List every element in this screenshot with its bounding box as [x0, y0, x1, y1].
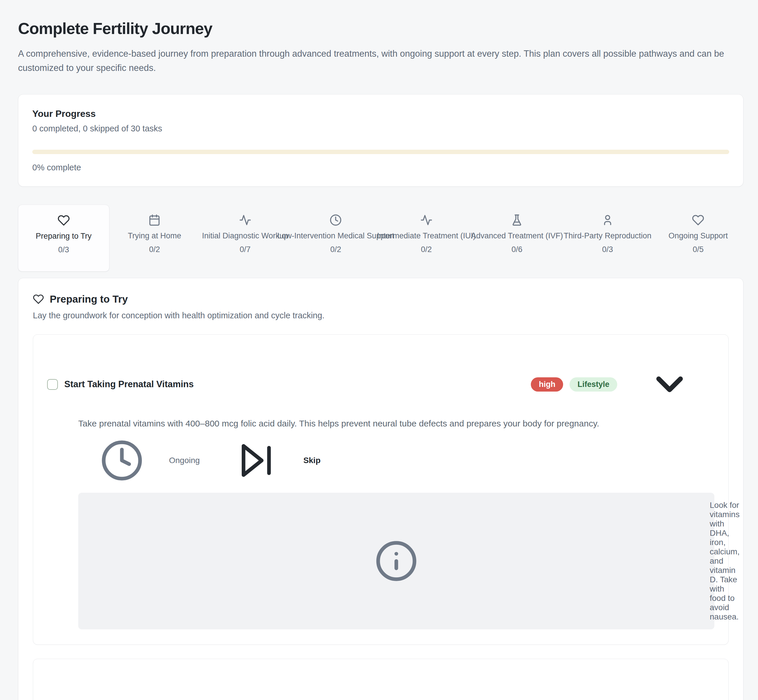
skip-forward-icon	[213, 439, 300, 482]
stage-count: 0/2	[330, 245, 341, 254]
task-duration: Ongoing	[78, 439, 200, 482]
task-tip: Look for vitamins with DHA, iron, calciu…	[78, 493, 714, 630]
heart-icon	[692, 214, 704, 226]
stage-label: Preparing to Try	[36, 232, 92, 241]
stage-item-ongoing-support[interactable]: Ongoing Support 0/5	[653, 205, 744, 272]
stage-label: Trying at Home	[128, 231, 181, 241]
stage-item-advanced-treatment-ivf[interactable]: Advanced Treatment (IVF) 0/6	[472, 205, 562, 272]
progress-title: Your Progress	[32, 108, 729, 119]
stage-count: 0/3	[602, 245, 613, 254]
stage-count: 0/2	[149, 245, 160, 254]
expand-task-button[interactable]	[625, 686, 714, 700]
section-title: Preparing to Try	[50, 293, 128, 305]
stage-label: Third-Party Reproduction	[564, 231, 652, 241]
activity-icon	[239, 214, 251, 226]
stage-item-preparing-to-try[interactable]: Preparing to Try 0/3	[18, 205, 110, 272]
stage-label: Ongoing Support	[669, 231, 728, 241]
stage-count: 0/2	[421, 245, 432, 254]
activity-icon	[420, 214, 432, 226]
task-header: Start Taking Prenatal Vitamins high Life…	[47, 361, 714, 407]
progress-card: Your Progress 0 completed, 0 skipped of …	[18, 94, 744, 187]
info-icon	[87, 539, 706, 583]
stage-section-card: Preparing to Try Lay the groundwork for …	[18, 278, 744, 700]
stage-count: 0/3	[58, 245, 69, 255]
progress-percent-label: 0% complete	[32, 163, 729, 172]
heart-icon	[58, 214, 70, 227]
flask-icon	[511, 214, 523, 226]
stage-item-trying-at-home[interactable]: Trying at Home 0/2	[110, 205, 200, 272]
task-checkbox[interactable]	[47, 379, 58, 390]
progress-summary: 0 completed, 0 skipped of 30 tasks	[32, 124, 729, 133]
stage-count: 0/7	[240, 245, 251, 254]
progress-bar	[32, 150, 729, 154]
task-card: Track Your Menstrual Cycles high Trackin…	[33, 659, 728, 700]
skip-button[interactable]: Skip	[213, 439, 321, 482]
section-header: Preparing to Try	[33, 293, 728, 305]
stage-count: 0/6	[511, 245, 522, 254]
calendar-icon	[148, 214, 161, 226]
stage-item-intermediate-treatment-iui[interactable]: Intermediate Treatment (IUI) 0/2	[381, 205, 472, 272]
stage-label: Initial Diagnostic Workup	[202, 231, 288, 241]
task-title: Start Taking Prenatal Vitamins	[64, 379, 194, 389]
task-meta: Ongoing Skip	[78, 439, 714, 482]
page-title: Complete Fertility Journey	[18, 19, 744, 38]
stage-item-initial-diagnostic-workup[interactable]: Initial Diagnostic Workup 0/7	[200, 205, 291, 272]
page-description: A comprehensive, evidence-based journey …	[18, 47, 739, 75]
priority-badge: high	[531, 377, 563, 392]
expand-task-button[interactable]	[625, 361, 714, 407]
chevron-down-icon	[626, 687, 713, 700]
clock-icon	[78, 439, 166, 482]
task-description: Take prenatal vitamins with 400–800 mcg …	[78, 417, 714, 430]
stage-label: Advanced Treatment (IVF)	[471, 231, 563, 241]
stage-nav: Preparing to Try 0/3 Trying at Home 0/2 …	[18, 205, 744, 272]
clock-icon	[330, 214, 342, 226]
task-card: Start Taking Prenatal Vitamins high Life…	[33, 334, 728, 645]
stage-count: 0/5	[692, 245, 703, 254]
stage-item-low-intervention-medical-support[interactable]: Low-Intervention Medical Support 0/2	[291, 205, 381, 272]
stage-item-third-party-reproduction[interactable]: Third-Party Reproduction 0/3	[562, 205, 653, 272]
chevron-down-icon	[626, 362, 713, 406]
task-list: Start Taking Prenatal Vitamins high Life…	[33, 334, 728, 700]
heart-icon	[33, 294, 44, 305]
stage-label: Low-Intervention Medical Support	[277, 231, 394, 241]
section-description: Lay the groundwork for conception with h…	[33, 311, 728, 320]
task-header: Track Your Menstrual Cycles high Trackin…	[47, 686, 714, 700]
category-badge: Lifestyle	[570, 377, 617, 392]
stage-label: Intermediate Treatment (IUI)	[377, 231, 476, 241]
person-icon	[601, 214, 614, 226]
